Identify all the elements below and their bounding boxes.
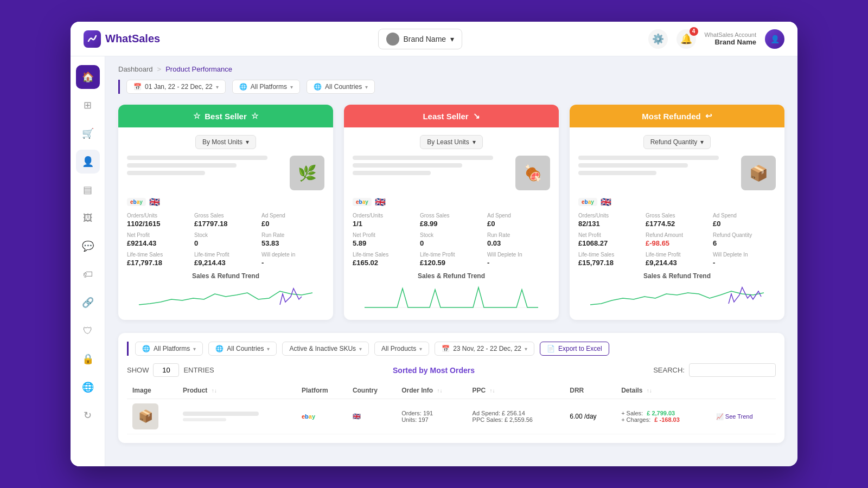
logo-text: WhatSales [105,33,160,45]
user-avatar[interactable]: 👤 [765,29,784,49]
col-order-info[interactable]: Order Info ↑↓ [396,382,467,399]
countries-label: All Countries [325,83,362,91]
star-icon: ☆ [193,111,200,121]
skeleton-line [578,171,656,175]
entries-input[interactable] [153,363,179,377]
chevron-down-icon: ▾ [419,346,422,352]
sidebar-item-person[interactable]: 👤 [76,150,100,174]
cell-drr: 6.00 /day [564,399,616,434]
best-seller-card: ☆ Best Seller ☆ By Most Units ▾ [118,105,333,320]
run-rate-label: Run Rate [261,232,324,238]
charges-plus-label: + Charges: [621,416,650,423]
globe-icon: 🌐 [239,83,247,91]
sidebar-item-home[interactable]: 🏠 [76,65,100,89]
chevron-down-icon: ▾ [525,346,527,352]
best-seller-product: 🌿 [127,156,324,190]
country-flag: 🇬🇧 [353,413,361,420]
data-table: Image Product ↑↓ Platform Country Order … [127,382,776,434]
sidebar-item-tag[interactable]: 🏷 [76,262,100,286]
ppc-sales-text: PPC Sales: £ 2,559.56 [473,416,559,423]
export-icon: 📄 [547,345,555,352]
table-row: 📦 ebay [127,399,776,434]
most-refunded-sort[interactable]: Refund Quantity ▾ [643,135,711,149]
products-label: All Products [381,345,416,352]
will-deplete-value: - [261,259,324,267]
orders-text: Orders: 191 [401,410,461,416]
stat-net-profit: Net Profit £1068.27 [578,232,641,247]
stat-lt-profit: Life-time Profit £9,214.43 [646,252,709,267]
least-seller-body: By Least Units ▾ 🍖 [344,127,559,320]
sidebar-item-chat[interactable]: 💬 [76,234,100,258]
sku-label: Active & Inactive SKUs [289,345,356,352]
chevron-down-icon: ▾ [290,84,293,90]
net-profit-label: Net Profit [127,232,190,238]
globe-icon: 🌐 [215,345,224,352]
bottom-countries-filter[interactable]: 🌐 All Countries ▾ [208,342,277,356]
chevron-down-icon: ▾ [216,84,219,90]
sku-filter[interactable]: Active & Inactive SKUs ▾ [282,342,369,356]
countries-filter[interactable]: 🌐 All Countries ▾ [307,80,375,94]
bottom-date-filter[interactable]: 📅 23 Nov, 22 - 22 Dec, 22 ▾ [435,342,534,356]
best-seller-body: By Most Units ▾ 🌿 [118,127,333,320]
sidebar-item-cart[interactable]: 🛒 [76,121,100,145]
show-label: SHOW [127,366,149,374]
sidebar-item-globe[interactable]: 🌐 [76,375,100,399]
header-right: ⚙️ 🔔 4 WhatSales Account Brand Name 👤 [648,29,784,49]
export-button[interactable]: 📄 Export to Excel [540,342,609,356]
col-product[interactable]: Product ↑↓ [177,382,296,399]
col-ppc[interactable]: PPC ↑↓ [467,382,565,399]
ad-spend-label: Ad Spend [261,213,324,219]
ebay-badge: ebay [353,198,372,206]
chevron-down-icon: ▾ [359,346,362,352]
table-header-row: Image Product ↑↓ Platform Country Order … [127,382,776,399]
table-controls: SHOW ENTRIES Sorted by Most Orders SEARC… [127,363,776,377]
skeleton-line [578,163,688,168]
date-filter[interactable]: 📅 01 Jan, 22 - 22 Dec, 22 ▾ [126,80,226,94]
sidebar-item-grid[interactable]: ⊞ [76,93,100,117]
entries-label: ENTRIES [183,366,214,374]
cards-row: ☆ Best Seller ☆ By Most Units ▾ [118,105,784,320]
countries-label: All Countries [227,345,264,352]
stat-orders: Orders/Units 1102/1615 [127,213,190,228]
lifetime-sales-label: Life-time Sales [127,252,190,258]
see-trend-link[interactable]: 📈 See Trend [716,413,753,420]
chevron-down-icon: ▾ [246,138,249,146]
search-input[interactable] [689,363,776,377]
bottom-filter-bar: 🌐 All Platforms ▾ 🌐 All Countries ▾ Acti… [127,342,776,356]
bottom-platforms-filter[interactable]: 🌐 All Platforms ▾ [135,342,203,356]
trend-section: Sales & Refund Trend [127,272,324,312]
least-seller-sort[interactable]: By Least Units ▾ [420,135,482,149]
units-text: Units: 197 [401,416,461,423]
sidebar-item-lock[interactable]: 🔒 [76,347,100,371]
brand-selector[interactable]: Brand Name ▾ [378,29,463,49]
stat-ad-spend: Ad Spend £0 [487,213,550,228]
platforms-filter[interactable]: 🌐 All Platforms ▾ [232,80,300,94]
trend-section: Sales & Refund Trend [353,272,550,312]
settings-button[interactable]: ⚙️ [648,29,668,49]
stat-gross: Gross Sales £1774.52 [646,213,709,228]
stat-run-rate: Run Rate 53.83 [261,232,324,247]
sidebar-item-layers[interactable]: ▤ [76,178,100,202]
chevron-down-icon: ▾ [193,346,196,352]
sidebar-item-shield[interactable]: 🛡 [76,319,100,343]
ad-spend-value: £0 [261,220,324,228]
sidebar-item-link[interactable]: 🔗 [76,291,100,314]
stats-grid: Orders/Units 1/1 Gross Sales £8.99 Ad Sp… [353,213,550,267]
best-seller-sort[interactable]: By Most Units ▾ [195,135,256,149]
col-details[interactable]: Details ↑↓ [616,382,711,399]
sidebar-item-refresh[interactable]: ↻ [76,403,100,427]
country-flag: 🇬🇧 [601,197,611,207]
products-filter[interactable]: All Products ▾ [374,342,429,356]
cell-see-trend[interactable]: 📈 See Trend [711,399,776,434]
stat-ad-spend: Ad Spend £0 [713,213,776,228]
show-entries: SHOW ENTRIES [127,363,214,377]
search-label: SEARCH: [653,366,685,374]
notification-badge: 4 [690,27,698,36]
refund-icon: ↩ [705,111,712,121]
sidebar-item-image[interactable]: 🖼 [76,206,100,230]
notifications-button[interactable]: 🔔 4 [676,29,696,49]
ebay-badge: ebay [578,198,597,206]
cell-ppc: Ad Spend: £ 256.14 PPC Sales: £ 2,559.56 [467,399,565,434]
sort-label: By Most Units [202,138,242,146]
ebay-logo: ebay [302,413,315,420]
